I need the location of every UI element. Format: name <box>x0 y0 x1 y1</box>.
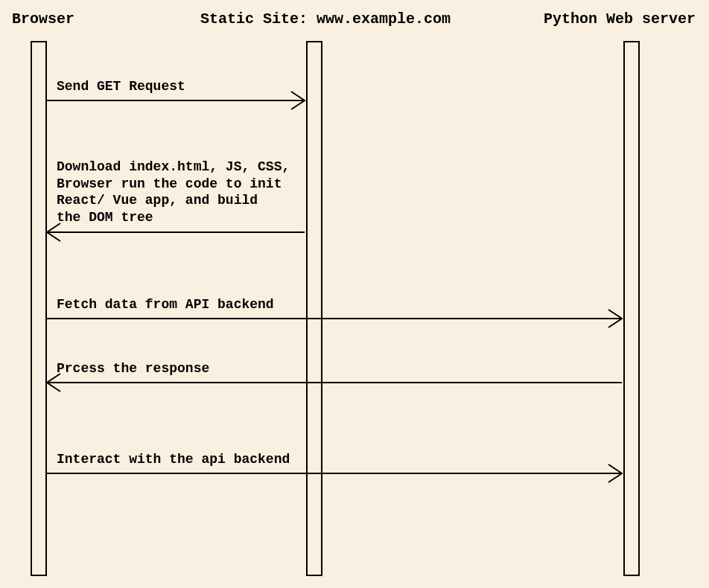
msg-interact-api-arrowhead-icon <box>608 464 622 482</box>
msg-fetch-api-arrowhead-icon <box>608 310 622 327</box>
msg-send-get-label: Send GET Request <box>57 78 185 95</box>
msg-interact-api-label: Interact with the api backend <box>57 451 290 468</box>
lifeline-static-site <box>306 41 322 576</box>
participant-static-site-label: Static Site: www.example.com <box>200 10 451 28</box>
msg-download-index-label: Download index.html, JS, CSS, Browser ru… <box>57 159 290 226</box>
participant-browser-label: Browser <box>12 10 74 28</box>
lifeline-python-server <box>623 41 640 576</box>
participant-python-server-label: Python Web server <box>544 10 696 28</box>
lifeline-browser <box>31 41 47 576</box>
msg-send-get-arrowhead-icon <box>291 92 305 109</box>
msg-download-index-arrowhead-icon <box>47 223 60 241</box>
msg-process-response-label: Prcess the response <box>57 360 209 377</box>
msg-fetch-api-label: Fetch data from API backend <box>57 296 274 313</box>
